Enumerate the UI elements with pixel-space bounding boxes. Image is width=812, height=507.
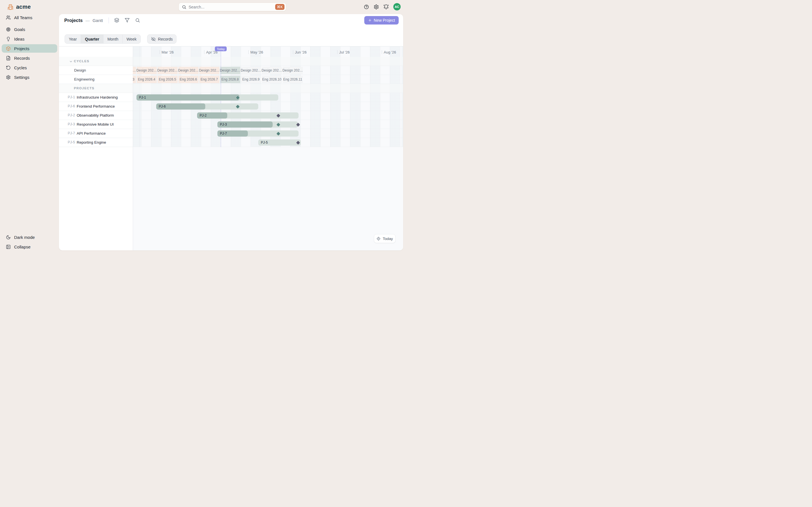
cycle-segment-label: Eng 2026.7 [200,77,218,81]
topbar-icons: AC [364,0,401,13]
project-bar[interactable]: PJ-5 [258,139,301,146]
moon-icon [6,235,11,240]
search-field[interactable] [189,3,272,11]
cycle-segment-label: Eng 2026.10 [262,77,282,81]
cycle-segment[interactable]: Design 202… [283,67,303,74]
cycle-timeline: Eng 2026.3Eng 2026.4Eng 2026.5Eng 2026.6… [133,75,403,83]
cycle-row-label[interactable]: Engineering [74,75,94,83]
cycle-segment[interactable]: Eng 2026.4 [137,76,157,83]
cycle-segment[interactable]: Design 202… [262,67,282,74]
project-name[interactable]: Responsive Mobile UI [77,120,114,129]
project-row-pj-5: PJ-5Reporting EnginePJ-5 [59,138,403,147]
today-button[interactable]: Today [374,234,396,243]
project-name[interactable]: Infrastructure Hardening [77,93,118,102]
section-header-cycles: CYCLES [59,57,403,66]
records-toggle[interactable]: Records [147,34,176,44]
cycle-segment-label: Design 202… [133,68,136,72]
cycle-segment[interactable]: Eng 2026.3 [133,76,136,83]
cycle-segment-label: Eng 2026.6 [180,77,197,81]
main-panel: Projects — Gantt New Project YearQuarter… [59,14,403,250]
cycle-segment[interactable]: Eng 2026.8 [220,76,240,83]
project-bar[interactable]: PJ-2 [197,112,299,119]
cycle-segment[interactable]: Design 202… [241,67,261,74]
project-timeline: PJ-3 [133,120,403,129]
cycle-segment[interactable]: Design 202… [133,67,136,74]
sidebar-item-collapse[interactable]: Collapse [2,242,57,251]
gear-icon[interactable] [373,4,379,10]
sidebar-item-cycles[interactable]: Cycles [2,63,57,72]
sidebar-item-records[interactable]: Records [2,54,57,62]
project-name[interactable]: Observability Platform [77,111,114,120]
cycle-segment[interactable]: Eng 2026.11 [283,76,303,83]
cycle-segment[interactable]: Design 202… [179,67,199,74]
project-timeline: PJ-7 [133,129,403,138]
section-header-label: PROJECTS [74,84,94,93]
cycle-segment[interactable]: Eng 2026.5 [158,76,177,83]
cycle-segment[interactable]: Design 202… [158,67,177,74]
layers-icon[interactable] [114,18,119,23]
sidebar-item-ideas[interactable]: Ideas [2,35,57,43]
page-title: Projects [64,18,83,23]
tab-week[interactable]: Week [123,35,141,43]
plus-icon [368,18,372,22]
help-icon[interactable] [364,4,369,10]
month-label: Mar '26 [160,50,174,54]
cycle-segment-label: Design 202… [262,68,282,72]
chevron-down-icon[interactable] [69,60,73,63]
project-bar[interactable]: PJ-7 [217,130,299,136]
month-label: Jul '26 [337,50,350,54]
search-icon[interactable] [135,18,140,23]
cycle-segment[interactable]: Design 202… [220,67,240,74]
project-name[interactable]: Frontend Performance [77,102,115,111]
cycle-segment[interactable]: Design 202… [137,67,157,74]
cycle-segment[interactable]: Eng 2026.6 [179,76,199,83]
logo: acme [7,4,31,10]
cycle-segment[interactable]: Eng 2026.7 [199,76,219,83]
project-bar[interactable]: PJ-1 [137,94,278,101]
locate-icon [376,237,380,241]
gantt-chart: Mar '26Apr '26May '26Jun '26Jul '26Aug '… [59,14,403,250]
search-input[interactable]: ⌘K [179,3,286,11]
eye-off-icon [151,37,156,41]
new-project-button[interactable]: New Project [364,16,399,24]
tab-quarter[interactable]: Quarter [81,35,103,43]
gear-icon [6,75,11,80]
cycle-segment[interactable]: Eng 2026.9 [241,76,261,83]
cycle-segment[interactable]: Design 202… [199,67,219,74]
users-icon [6,15,11,20]
sidebar-item-label: All Teams [14,15,33,20]
sidebar-item-projects[interactable]: Projects [2,44,57,53]
cycle-segment[interactable]: Eng 2026.10 [262,76,282,83]
sidebar-item-label: Records [14,56,30,61]
cycle-segment-label: Design 202… [178,68,199,72]
month-label: May '26 [248,50,263,54]
sidebar-item-label: Cycles [14,65,27,70]
tab-month[interactable]: Month [103,35,123,43]
month-label: Jun '26 [293,50,307,54]
lightbulb-icon [6,37,11,41]
shortcut-badge: ⌘K [275,4,285,10]
project-bar[interactable]: PJ-6 [156,103,258,110]
sidebar-item-settings[interactable]: Settings [2,73,57,81]
filter-icon[interactable] [124,18,130,23]
sidebar-item-goals[interactable]: Goals [2,25,57,34]
logo-text: acme [16,4,31,10]
month-label-text: Aug '26 [384,50,396,54]
project-name[interactable]: API Performance [77,129,106,138]
project-name[interactable]: Reporting Engine [77,138,106,147]
project-key: PJ-7 [63,129,75,138]
tab-year[interactable]: Year [65,35,81,43]
sidebar-item-all-teams[interactable]: All Teams [2,13,57,22]
month-tick [337,50,338,54]
project-row-pj-7: PJ-7API PerformancePJ-7 [59,129,403,138]
cycle-row-label[interactable]: Design [74,66,86,75]
month-label-text: Jul '26 [339,50,350,54]
project-row-pj-6: PJ-6Frontend PerformancePJ-6 [59,102,403,111]
avatar[interactable]: AC [393,3,401,10]
cycle-segment-label: Design 202… [157,68,178,72]
today-badge: Today [215,47,227,51]
project-bar[interactable]: PJ-3 [217,121,298,128]
sidebar-item-dark-mode[interactable]: Dark mode [2,233,57,241]
bell-icon[interactable] [384,4,389,10]
project-timeline: PJ-2 [133,111,403,120]
